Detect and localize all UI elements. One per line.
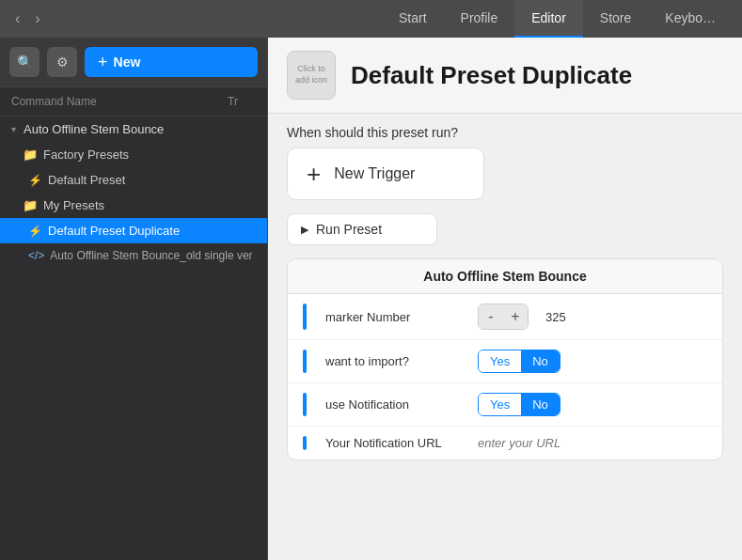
sidebar-toolbar: 🔍 ⚙ + New <box>0 38 267 87</box>
tree-item-label: Default Preset <box>48 173 125 187</box>
new-button[interactable]: + New <box>85 47 258 77</box>
folder-icon-my: 📁 <box>23 198 38 212</box>
nav-back-button[interactable]: ‹ <box>9 8 25 29</box>
param-control-marker: - + 325 <box>478 303 576 330</box>
accent-bar <box>303 303 307 330</box>
param-control-import: Yes No <box>478 350 560 373</box>
subfolder-my-presets[interactable]: 📁 My Presets <box>0 193 267 218</box>
nav-tabs: Start Profile Editor Store Keybo… <box>61 0 733 38</box>
tab-profile[interactable]: Profile <box>444 0 515 38</box>
param-control-url <box>478 436 637 450</box>
top-nav: ‹ › Start Profile Editor Store Keybo… <box>0 0 742 38</box>
settings-button[interactable]: ⚙ <box>47 47 77 77</box>
search-icon: 🔍 <box>17 54 33 70</box>
click-to-add-line2: add icon <box>295 75 327 86</box>
stepper-minus-button[interactable]: - <box>479 304 503 329</box>
param-label-marker: marker Number <box>325 310 466 324</box>
param-row-marker-number: marker Number - + 325 <box>288 294 722 340</box>
trigger-plus-icon: + <box>307 162 321 186</box>
gear-icon: ⚙ <box>56 54 69 70</box>
tree-item-default-preset-duplicate[interactable]: ⚡ Default Preset Duplicate <box>0 218 267 243</box>
code-icon: </> <box>28 249 44 262</box>
sidebar: 🔍 ⚙ + New Command Name Tr ▾ Auto Offline… <box>0 38 268 560</box>
preset-icon: ⚡ <box>28 174 42 187</box>
stepper-plus-button[interactable]: + <box>503 304 528 329</box>
notification-no-button[interactable]: No <box>521 394 560 415</box>
nav-arrows: ‹ › <box>9 8 46 29</box>
param-label-notification: use Notification <box>325 397 466 412</box>
new-button-label: New <box>114 54 141 70</box>
search-button[interactable]: 🔍 <box>9 47 39 77</box>
tree-item-default-preset[interactable]: ⚡ Default Preset <box>0 167 267 193</box>
play-icon: ▶ <box>301 224 308 236</box>
click-to-add-line1: Click to <box>297 64 325 75</box>
import-toggle-group: Yes No <box>478 350 560 373</box>
add-icon-button[interactable]: Click to add icon <box>287 51 336 100</box>
param-row-notification: use Notification Yes No <box>288 383 722 427</box>
tab-editor[interactable]: Editor <box>514 0 583 38</box>
param-label-import: want to import? <box>325 354 466 368</box>
sidebar-content: ▾ Auto Offline Stem Bounce 📁 Factory Pre… <box>0 117 267 560</box>
run-preset-button[interactable]: ▶ Run Preset <box>287 213 437 245</box>
subfolder-factory-presets[interactable]: 📁 Factory Presets <box>0 142 267 167</box>
param-row-url: Your Notification URL <box>288 427 722 459</box>
column-tr-header: Tr <box>228 95 256 108</box>
subfolder-my-label: My Presets <box>43 198 104 212</box>
run-preset-label: Run Preset <box>316 222 382 237</box>
subfolder-factory-label: Factory Presets <box>43 148 129 162</box>
nav-forward-button[interactable]: › <box>29 8 45 29</box>
column-name-header: Command Name <box>11 95 220 108</box>
chevron-down-icon: ▾ <box>11 124 16 134</box>
tab-start[interactable]: Start <box>382 0 444 38</box>
folder-icon: 📁 <box>23 148 38 162</box>
tree-item-duplicate-label: Default Preset Duplicate <box>48 224 180 238</box>
tree-item-code-label: Auto Offline Stem Bounce_old single ver <box>50 249 252 262</box>
tab-keybo[interactable]: Keybo… <box>648 0 733 38</box>
accent-bar-4 <box>303 436 307 450</box>
plus-icon: + <box>98 53 108 72</box>
preset-duplicate-icon: ⚡ <box>28 225 42 238</box>
marker-stepper: - + <box>478 303 529 330</box>
import-no-button[interactable]: No <box>521 350 560 372</box>
tab-store[interactable]: Store <box>583 0 648 38</box>
when-label: When should this preset run? <box>268 114 742 148</box>
params-section: Auto Offline Stem Bounce marker Number -… <box>287 258 723 460</box>
new-trigger-button[interactable]: + New Trigger <box>287 148 484 200</box>
group-label: Auto Offline Stem Bounce <box>24 122 164 136</box>
param-label-url: Your Notification URL <box>325 436 466 450</box>
content-header: Click to add icon Default Preset Duplica… <box>268 38 742 114</box>
accent-bar-3 <box>303 393 307 416</box>
notification-toggle-group: Yes No <box>478 393 560 416</box>
preset-title: Default Preset Duplicate <box>351 61 632 90</box>
trigger-label: New Trigger <box>334 165 415 182</box>
content-area: Click to add icon Default Preset Duplica… <box>268 38 742 560</box>
import-yes-button[interactable]: Yes <box>479 350 521 372</box>
params-section-title: Auto Offline Stem Bounce <box>288 259 722 294</box>
param-control-notification: Yes No <box>478 393 560 416</box>
url-input[interactable] <box>478 436 637 450</box>
accent-bar-2 <box>303 350 307 373</box>
group-header-auto-offline[interactable]: ▾ Auto Offline Stem Bounce <box>0 117 267 142</box>
notification-yes-button[interactable]: Yes <box>479 394 521 415</box>
stepper-value: 325 <box>536 310 576 324</box>
tree-item-old-single-ver[interactable]: </> Auto Offline Stem Bounce_old single … <box>0 243 267 268</box>
param-row-import: want to import? Yes No <box>288 340 722 383</box>
main-layout: 🔍 ⚙ + New Command Name Tr ▾ Auto Offline… <box>0 38 742 560</box>
sidebar-column-headers: Command Name Tr <box>0 87 267 117</box>
